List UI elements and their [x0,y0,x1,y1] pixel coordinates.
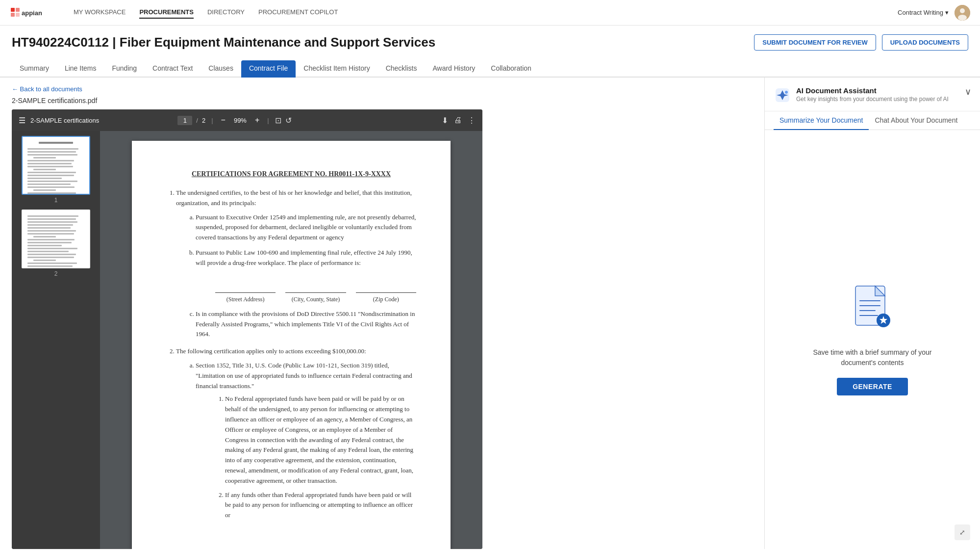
svg-rect-4 [16,13,20,17]
rotate-button[interactable]: ↺ [285,116,292,125]
more-options-button[interactable]: ⋮ [468,116,476,125]
pdf-item-2a: Section 1352, Title 31, U.S. Code (Publi… [196,361,416,521]
pdf-toolbar-right: ⬇ 🖨 ⋮ [442,116,476,125]
ai-tabs: Summarize Your Document Chat About Your … [765,111,980,130]
zoom-in-button[interactable]: + [253,116,261,125]
ai-body: Save time with a brief summary of your d… [765,130,980,549]
pdf-list-item-1: The undersigned certifies, to the best o… [176,188,416,340]
tab-collaboration[interactable]: Collaboration [483,60,539,78]
appian-logo: appian [10,6,54,20]
thumbnail-img-1 [22,136,90,195]
tab-checklists[interactable]: Checklists [378,60,425,78]
thumbnail-page-1[interactable]: 1 [16,136,96,204]
chevron-down-icon: ▾ [945,9,949,16]
print-button[interactable]: 🖨 [454,116,462,125]
nav-procurement-copilot[interactable]: PROCUREMENT COPILOT [258,6,338,19]
ai-title-group: AI Document Assistant Get key insights f… [796,86,949,103]
page-number-input[interactable] [177,116,192,125]
fit-page-button[interactable]: ⊡ [275,116,281,125]
page-total: 2 [202,117,205,124]
sig-city-label: (City, County, State) [285,295,346,304]
sig-zip: (Zip Code) [356,283,416,304]
tab-summary[interactable]: Summary [12,60,57,78]
tab-clauses[interactable]: Clauses [201,60,241,78]
contract-writing-dropdown[interactable]: Contract Writing ▾ [898,9,949,16]
tab-contract-text[interactable]: Contract Text [145,60,201,78]
tab-line-items[interactable]: Line Items [57,60,104,78]
svg-rect-2 [16,8,20,12]
content-area: ← Back to all documents 2-SAMPLE certifi… [0,78,980,549]
pdf-item-1a: Pursuant to Executive Order 12549 and im… [196,212,416,243]
doc-filename: 2-SAMPLE certifications.pdf [12,97,758,105]
pdf-roman-list: No Federal appropriated funds have been … [196,394,416,521]
pdf-sep-2: | [267,117,269,124]
ai-tab-chat[interactable]: Chat About Your Document [869,111,963,130]
pdf-numbered-list: The undersigned certifies, to the best o… [166,188,416,521]
pdf-item-2a1: No Federal appropriated funds have been … [225,394,416,486]
nav-right: Contract Writing ▾ [898,5,970,21]
ai-tab-summarize[interactable]: Summarize Your Document [774,111,869,130]
zoom-out-button[interactable]: − [219,116,227,125]
pdf-item-2a2: If any funds other than Federal appropri… [225,490,416,521]
ai-description-text: Save time with a brief summary of your d… [804,347,941,368]
pdf-sep-1: | [211,117,213,124]
nav-directory[interactable]: DIRECTORY [207,6,245,19]
ai-assistant-title: AI Document Assistant [796,86,949,95]
svg-text:appian: appian [22,9,42,17]
sig-street-label: (Street Address) [215,295,276,304]
download-button[interactable]: ⬇ [442,116,448,125]
ai-doc-illustration [848,284,897,338]
page-separator: / [196,117,198,124]
pdf-item-2-text: The following certification applies only… [176,347,366,355]
thumbnail-page-2[interactable]: 2 [16,210,96,277]
pdf-list-item-2: The following certification applies only… [176,346,416,521]
nav-my-workspace[interactable]: MY WORKSPACE [74,6,126,19]
ai-collapse-button[interactable]: ∨ [965,86,971,97]
svg-point-8 [958,15,967,21]
thumbnail-panel: 1 [12,131,100,549]
submit-document-button[interactable]: SUBMIT DOCUMENT FOR REVIEW [754,34,876,51]
pdf-item-1c: Is in compliance with the provisions of … [196,309,416,340]
header-buttons: SUBMIT DOCUMENT FOR REVIEW UPLOAD DOCUME… [754,34,968,51]
tab-checklist-item-history[interactable]: Checklist Item History [296,60,377,78]
tab-bar: Summary Line Items Funding Contract Text… [0,54,980,78]
pdf-viewer: ☰ 2-SAMPLE certifications / 2 | − 99% + … [12,109,482,549]
page-title: HT940224C0112 | Fiber Equipment Maintena… [12,35,435,50]
pdf-alpha-list-2: Section 1352, Title 31, U.S. Code (Publi… [176,361,416,521]
back-link[interactable]: ← Back to all documents [12,85,758,93]
upload-documents-button[interactable]: UPLOAD DOCUMENTS [882,34,968,51]
nav-procurements[interactable]: PROCUREMENTS [139,6,194,19]
pdf-item-1b: Pursuant to Public Law 100-690 and imple… [196,248,416,304]
nav-links: MY WORKSPACE PROCUREMENTS DIRECTORY PROC… [74,6,338,19]
pdf-menu-icon[interactable]: ☰ [19,116,25,125]
pdf-alpha-list-1: Pursuant to Executive Order 12549 and im… [176,212,416,340]
pdf-doc-title: 2-SAMPLE certifications [30,117,99,124]
ai-assistant-header: AI Document Assistant Get key insights f… [765,78,980,111]
pdf-page-1: CERTIFICATIONS FOR AGREEMENT NO. HR0011-… [132,141,451,549]
thumbnail-img-2 [22,210,90,268]
zoom-level: 99% [231,117,249,124]
ai-assistant-subtitle: Get key insights from your document usin… [796,96,949,103]
ai-assistant-panel: AI Document Assistant Get key insights f… [764,78,980,549]
top-nav: appian MY WORKSPACE PROCUREMENTS DIRECTO… [0,0,980,26]
contract-writing-label: Contract Writing [898,9,943,16]
svg-rect-1 [11,8,15,12]
pdf-toolbar: ☰ 2-SAMPLE certifications / 2 | − 99% + … [12,109,482,131]
tab-funding[interactable]: Funding [104,60,145,78]
pdf-heading: CERTIFICATIONS FOR AGREEMENT NO. HR0011-… [166,170,416,178]
avatar[interactable] [955,5,970,21]
sig-zip-label: (Zip Code) [356,295,416,304]
tab-award-history[interactable]: Award History [425,60,483,78]
signature-line: (Street Address) (City, County, State) [215,283,416,304]
ai-header-left: AI Document Assistant Get key insights f… [774,86,949,104]
svg-rect-3 [11,13,15,17]
pdf-toolbar-center: / 2 | − 99% + | ⊡ ↺ [177,116,291,125]
pdf-content-wrap: CERTIFICATIONS FOR AGREEMENT NO. HR0011-… [100,131,482,549]
svg-point-7 [960,8,965,13]
generate-button[interactable]: GENERATE [837,378,908,395]
tab-contract-file[interactable]: Contract File [241,60,296,78]
pdf-item-1-text: The undersigned certifies, to the best o… [176,189,412,207]
sig-city: (City, County, State) [285,283,346,304]
corner-action-icon[interactable]: ⤢ [955,524,970,540]
thumb-num-2: 2 [54,270,58,277]
